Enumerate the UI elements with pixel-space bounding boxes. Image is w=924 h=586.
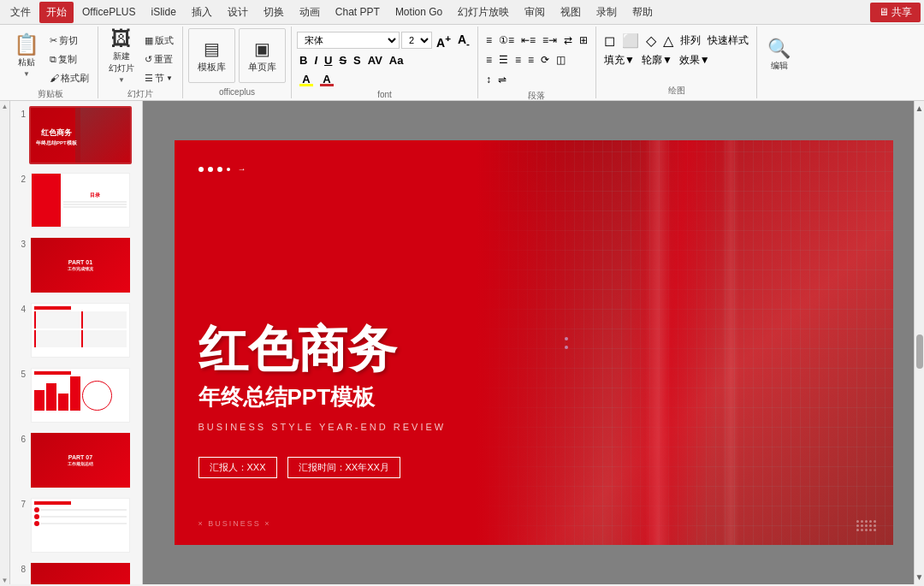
format-brush-button[interactable]: 🖌 格式刷 — [46, 69, 92, 86]
scroll-up-button[interactable]: ▲ — [913, 101, 924, 115]
reset-button[interactable]: ↺ 重置 — [141, 50, 177, 68]
menu-view[interactable]: 视图 — [554, 2, 588, 23]
bullet-list-button[interactable]: ≡ — [483, 32, 495, 49]
font-name-select[interactable]: 宋体 — [297, 32, 400, 49]
quick-style-button[interactable]: 快速样式 — [705, 32, 751, 49]
font-size-select[interactable]: 24 — [401, 32, 432, 49]
new-slide-dropdown[interactable]: ▼ — [118, 76, 125, 84]
shape-rect-button[interactable]: ◻ — [601, 32, 618, 49]
slide-thumb-1[interactable]: 1 红色商务年终总结PPT模板 — [14, 104, 139, 166]
cut-button[interactable]: ✂ 剪切 — [46, 32, 92, 49]
section-dropdown[interactable]: ▼ — [166, 74, 173, 82]
align-left-button[interactable]: ≡ — [483, 51, 495, 68]
slide-thumb-4[interactable]: 4 — [14, 299, 139, 361]
slide-thumb-6[interactable]: 6 PART 07工作规划总结 — [14, 429, 139, 491]
menu-transition[interactable]: 切换 — [257, 2, 291, 23]
bold-button[interactable]: B — [297, 51, 310, 68]
scroll-down-button[interactable]: ▼ — [913, 570, 924, 584]
menu-design[interactable]: 设计 — [221, 2, 255, 23]
menu-review[interactable]: 审阅 — [518, 2, 552, 23]
slide-title-main[interactable]: 红色商务 — [198, 324, 397, 374]
shape-triangle-button[interactable]: △ — [660, 32, 676, 49]
menu-officeplus[interactable]: OfficePLUS — [75, 3, 142, 21]
slide-thumb-3[interactable]: 3 PART 01工作完成情况 — [14, 234, 139, 296]
menu-slideshow[interactable]: 幻灯片放映 — [451, 2, 516, 23]
slide-number-8: 8 — [15, 561, 26, 574]
template-library-button[interactable]: ▤ 模板库 — [188, 28, 235, 83]
slide-preview-2[interactable]: 目录 — [29, 171, 132, 229]
scroll-up-arrow[interactable]: ▲ — [2, 103, 9, 110]
menu-animation[interactable]: 动画 — [293, 2, 327, 23]
reset-icon: ↺ — [145, 54, 152, 65]
copy-button[interactable]: ⧉ 复制 — [46, 50, 92, 68]
menu-insert[interactable]: 插入 — [185, 2, 219, 23]
slide-badges: 汇报人：XXX 汇报时间：XX年XX月 — [198, 457, 400, 478]
convert-button[interactable]: ⇌ — [495, 71, 509, 88]
new-slide-button[interactable]: 🖼 新建幻灯片 ▼ — [104, 28, 139, 83]
slide-title-sub[interactable]: 年终总结PPT模板 — [198, 382, 376, 412]
increase-font-button[interactable]: A+ — [434, 32, 453, 49]
scroll-down-arrow[interactable]: ▼ — [2, 577, 9, 584]
font-spacing-button[interactable]: AV — [365, 51, 385, 68]
font-case-button[interactable]: Aa — [387, 51, 406, 68]
date-badge[interactable]: 汇报时间：XX年XX月 — [287, 457, 400, 478]
canvas-area[interactable]: → 红色商务 年终总结PPT模板 BUSINESS STYLE YEAR-END… — [143, 101, 924, 584]
menu-chatppt[interactable]: Chat PPT — [329, 3, 387, 21]
slide-thumb-2[interactable]: 2 目录 — [14, 169, 139, 231]
indent-increase-button[interactable]: ≡⇥ — [540, 32, 560, 49]
menu-record[interactable]: 录制 — [589, 2, 624, 23]
ribbon-group-paragraph: ≡ ①≡ ⇤≡ ≡⇥ ⇄ ⊞ ≡ ☰ ≡ ≡ ⟳ ◫ ↕ ⇌ — [478, 27, 596, 98]
align-center-button[interactable]: ☰ — [496, 51, 511, 68]
paste-dropdown[interactable]: ▼ — [23, 70, 30, 78]
right-scrollbar[interactable]: ▲ ▼ — [914, 101, 924, 584]
slide-title-eng[interactable]: BUSINESS STYLE YEAR-END REVIEW — [198, 422, 447, 432]
slide-preview-1[interactable]: 红色商务年终总结PPT模板 — [29, 106, 132, 164]
italic-button[interactable]: I — [311, 51, 320, 68]
numbered-list-button[interactable]: ①≡ — [496, 32, 517, 49]
shape-fill-button[interactable]: 填充▼ — [601, 51, 637, 68]
slide-preview-3[interactable]: PART 01工作完成情况 — [29, 236, 132, 294]
shape-more-button[interactable]: ⬜ — [619, 32, 642, 49]
slide-preview-7[interactable] — [29, 496, 132, 554]
slide-preview-6[interactable]: PART 07工作规划总结 — [29, 431, 132, 489]
shape-line-button[interactable]: ◇ — [643, 32, 659, 49]
smartart-button[interactable]: ◫ — [554, 51, 568, 68]
menu-start[interactable]: 开始 — [39, 2, 74, 23]
rtl-button[interactable]: ⇄ — [561, 32, 575, 49]
justify-button[interactable]: ≡ — [525, 51, 536, 68]
shadow-button[interactable]: S — [351, 51, 364, 68]
slide-thumb-8[interactable]: 8 感谢观看THANK YOU — [14, 559, 139, 584]
clipboard-label: 剪贴板 — [9, 86, 92, 100]
text-direction-button[interactable]: ⟳ — [538, 51, 552, 68]
align-right-button[interactable]: ≡ — [512, 51, 524, 68]
layout-button[interactable]: ▦ 版式 — [141, 32, 177, 49]
presenter-badge[interactable]: 汇报人：XXX — [198, 457, 277, 478]
slide-thumb-5[interactable]: 5 — [14, 364, 139, 426]
slide-preview-8[interactable]: 感谢观看THANK YOU — [29, 561, 132, 584]
cut-label: 剪切 — [59, 34, 78, 47]
menu-motionGo[interactable]: Motion Go — [388, 3, 449, 21]
line-spacing-button[interactable]: ↕ — [483, 71, 494, 88]
section-button[interactable]: ☰ 节 ▼ — [141, 69, 177, 86]
menu-file[interactable]: 文件 — [3, 2, 38, 23]
shape-outline-button[interactable]: 轮廓▼ — [639, 51, 675, 68]
share-button[interactable]: 🖥 共享 — [870, 3, 921, 22]
underline-button[interactable]: U — [322, 51, 335, 68]
slide-preview-4[interactable] — [29, 301, 132, 359]
font-color-button[interactable]: A — [317, 71, 336, 88]
menu-help[interactable]: 帮助 — [625, 2, 660, 23]
slide-preview-5[interactable] — [29, 366, 132, 424]
indent-decrease-button[interactable]: ⇤≡ — [518, 32, 538, 49]
menu-islide[interactable]: iSlide — [144, 3, 182, 21]
paste-button[interactable]: 📋 粘贴 ▼ — [9, 28, 44, 83]
search-button[interactable]: 🔍 编辑 — [762, 28, 796, 83]
scroll-thumb[interactable] — [916, 334, 923, 369]
highlight-color-button[interactable]: A — [297, 71, 316, 88]
decrease-font-button[interactable]: A- — [455, 32, 472, 49]
strikethrough-button[interactable]: S — [336, 51, 349, 68]
arrange-button[interactable]: 排列 — [678, 32, 703, 49]
shape-effect-button[interactable]: 效果▼ — [677, 51, 713, 68]
columns-button[interactable]: ⊞ — [577, 32, 590, 49]
slide-thumb-7[interactable]: 7 — [14, 494, 139, 556]
single-page-library-button[interactable]: ▣ 单页库 — [239, 28, 286, 83]
